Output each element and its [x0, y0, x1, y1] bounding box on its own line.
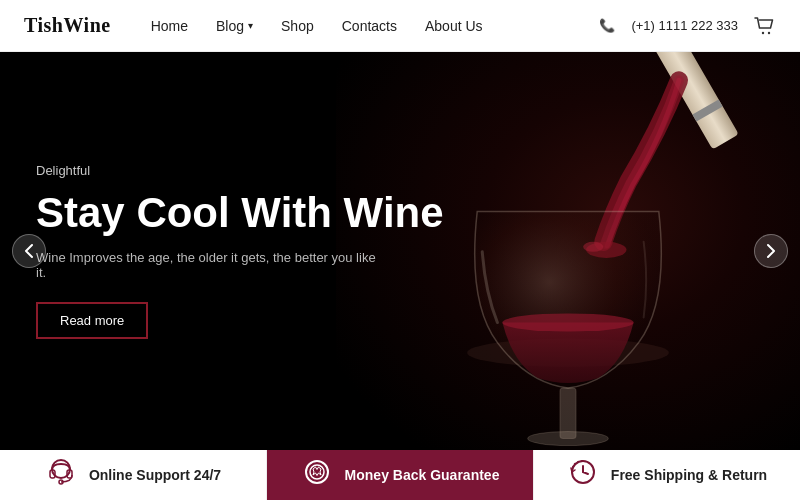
shipping-label: Free Shipping & Return — [611, 467, 767, 483]
nav-shop[interactable]: Shop — [281, 18, 314, 34]
nav-blog[interactable]: Blog ▾ — [216, 18, 253, 34]
medal-icon — [301, 456, 333, 494]
support-label: Online Support 24/7 — [89, 467, 221, 483]
hero-prev-arrow[interactable] — [12, 234, 46, 268]
nav-links: Home Blog ▾ Shop Contacts About Us — [151, 18, 600, 34]
bottom-item-guarantee: Money Back Guarantee — [267, 450, 534, 500]
hero-section: Delightful Stay Cool With Wine Wine Impr… — [0, 52, 800, 450]
bottom-bar: Online Support 24/7 Money Back Guarantee… — [0, 450, 800, 500]
svg-point-1 — [768, 31, 770, 33]
hero-content: Delightful Stay Cool With Wine Wine Impr… — [0, 163, 480, 339]
chevron-down-icon: ▾ — [248, 20, 253, 31]
nav-about[interactable]: About Us — [425, 18, 483, 34]
headset-icon — [45, 456, 77, 494]
svg-point-7 — [502, 313, 633, 331]
hero-next-arrow[interactable] — [754, 234, 788, 268]
cart-icon[interactable] — [754, 17, 776, 35]
hero-title: Stay Cool With Wine — [36, 190, 444, 236]
clock-icon — [567, 456, 599, 494]
bottom-item-support: Online Support 24/7 — [0, 450, 267, 500]
guarantee-label: Money Back Guarantee — [345, 467, 500, 483]
navbar: TishWine Home Blog ▾ Shop Contacts About… — [0, 0, 800, 52]
svg-point-17 — [310, 465, 324, 479]
phone-icon: 📞 — [599, 18, 615, 34]
bottom-item-shipping: Free Shipping & Return — [534, 450, 800, 500]
svg-point-0 — [762, 31, 764, 33]
brand-logo[interactable]: TishWine — [24, 14, 111, 37]
nav-right: 📞 (+1) 1111 222 333 — [599, 17, 776, 35]
svg-point-9 — [528, 431, 609, 445]
hero-subtitle: Delightful — [36, 163, 444, 178]
nav-home[interactable]: Home — [151, 18, 188, 34]
nav-contacts[interactable]: Contacts — [342, 18, 397, 34]
read-more-button[interactable]: Read more — [36, 302, 148, 339]
phone-number: (+1) 1111 222 333 — [631, 18, 738, 33]
hero-description: Wine Improves the age, the older it gets… — [36, 250, 376, 280]
svg-point-11 — [583, 242, 603, 252]
